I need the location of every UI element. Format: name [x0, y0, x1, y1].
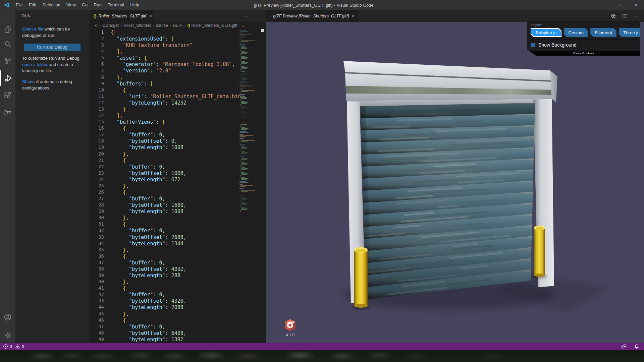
breadcrumb-item[interactable]: {} Roller_Shutters_GLTF.gltf — [187, 23, 237, 28]
split-editor-icon[interactable] — [622, 13, 628, 19]
minimap-line — [240, 39, 240, 40]
code-line[interactable]: 39 "byteLength": 288 — [90, 273, 266, 279]
sidebar-item-gltf-tools[interactable]: TF — [0, 105, 15, 120]
show-background-checkbox[interactable] — [531, 43, 535, 47]
code-line[interactable]: 43 "byteOffset": 4320, — [90, 298, 266, 304]
line-number: 11 — [90, 94, 104, 99]
breadcrumb-item[interactable]: x: — [95, 23, 98, 28]
minimap-line — [241, 41, 248, 42]
menu-help[interactable]: Help — [127, 0, 142, 10]
activity-bar: TF — [0, 10, 15, 343]
breadcrumb-item[interactable]: ... — [242, 23, 246, 28]
sidebar-item-run-and-debug[interactable] — [0, 70, 15, 86]
minimize-button[interactable]: ─ — [598, 0, 613, 10]
engine-button-cesium[interactable]: Cesium — [564, 28, 588, 37]
menu-edit[interactable]: Edit — [26, 0, 39, 10]
line-number: 7 — [90, 68, 104, 73]
code-line[interactable]: 36 { — [90, 253, 266, 260]
code-line[interactable]: 31 { — [90, 221, 266, 228]
gltf-viewport[interactable]: 4.1.0 — [266, 22, 644, 343]
minimap-line — [240, 155, 241, 155]
tab-gltf-preview[interactable]: glTF Preview [Roller_Shutters_GLTF.gltf]… — [266, 10, 358, 22]
line-number: 4 — [90, 49, 104, 54]
minimap-line — [241, 57, 248, 58]
code-line[interactable]: 49 "byteLength": 1392 — [90, 337, 266, 343]
close-controls-button[interactable]: Close Controls — [527, 51, 640, 56]
minimap-line — [239, 138, 244, 139]
more-actions-icon[interactable]: ⋯ — [244, 13, 249, 19]
code-line[interactable]: 33 "byteOffset": 2688, — [90, 234, 266, 241]
code-line[interactable]: 44 "byteLength": 2088 — [90, 304, 266, 311]
engine-button-babylonjs[interactable]: Babylon.js — [531, 28, 561, 37]
breadcrumb-item[interactable]: CGtarget — [102, 23, 119, 28]
minimap-line — [241, 52, 248, 53]
sidebar-item-explorer[interactable] — [0, 22, 15, 37]
menu-terminal[interactable]: Terminal — [105, 0, 127, 10]
babylonjs-logo[interactable] — [283, 318, 297, 332]
show-link[interactable]: Show — [22, 79, 33, 84]
menu-go[interactable]: Go — [79, 0, 91, 10]
open-a-folder-link[interactable]: open a folder — [22, 62, 48, 67]
code-line[interactable]: 40 }, — [90, 279, 266, 285]
minimap-line — [240, 76, 240, 76]
code-line[interactable]: 35 }, — [90, 247, 266, 253]
sidebar-item-extensions[interactable] — [0, 88, 15, 103]
breadcrumb-item[interactable]: sourse — [156, 23, 168, 28]
line-number: 13 — [90, 106, 104, 112]
menu-file[interactable]: File — [13, 0, 26, 10]
minimap-line — [240, 176, 240, 177]
menu-selection[interactable]: Selection — [39, 0, 63, 10]
minimap-line — [239, 34, 243, 34]
minimap-line — [240, 32, 248, 32]
breadcrumb-item[interactable]: GLTF — [173, 23, 183, 28]
code-line[interactable]: 32 "buffer": 0, — [90, 228, 266, 234]
minimap-line — [240, 139, 240, 140]
minimap-line — [241, 204, 247, 204]
minimap-line — [240, 70, 240, 71]
code-line[interactable]: 41 { — [90, 285, 266, 292]
settings-button[interactable] — [0, 328, 15, 343]
code-line[interactable]: 48 "byteOffset": 6408, — [90, 330, 266, 337]
menu-view[interactable]: View — [63, 0, 79, 10]
minimap-line — [241, 71, 246, 72]
line-number: 41 — [90, 285, 104, 291]
breadcrumb-separator: › — [184, 23, 186, 28]
maximize-button[interactable]: □ — [613, 0, 629, 10]
sidebar-item-source-control[interactable] — [0, 53, 15, 68]
code-line[interactable]: 47 "buffer": 0, — [90, 324, 266, 330]
tab-close-icon[interactable]: ✕ — [149, 14, 152, 18]
run-and-debug-button[interactable]: Run and Debug — [24, 44, 80, 51]
inspector-wheel-icon[interactable] — [610, 13, 616, 19]
close-button[interactable]: ✕ — [629, 0, 644, 10]
open-a-file-link[interactable]: Open a file — [22, 26, 43, 32]
problems-status[interactable]: 0 0 — [3, 344, 24, 349]
minimap[interactable] — [239, 29, 260, 214]
feedback-icon[interactable] — [621, 344, 627, 349]
roller-shutter-3d-model — [266, 22, 644, 343]
code-line[interactable]: 46 { — [90, 317, 266, 324]
minimap-line — [240, 85, 253, 85]
code-line[interactable]: 34 "byteLength": 1344 — [90, 241, 266, 247]
minimap-line — [240, 116, 240, 116]
minimap-line — [239, 94, 245, 95]
code-line[interactable]: 42 "buffer": 0, — [90, 292, 266, 298]
code-line[interactable]: 30 }, — [90, 215, 266, 221]
right-bollard-base — [534, 274, 545, 277]
account-button[interactable] — [0, 309, 15, 325]
engine-button-filament[interactable]: Filament — [590, 28, 616, 37]
tab-close-icon[interactable]: ✕ — [352, 14, 355, 18]
menu-run[interactable]: Run — [91, 0, 105, 10]
code-line[interactable]: 45 }, — [90, 311, 266, 317]
tab-roller-shutters-gltf[interactable]: {} Roller_Shutters_GLTF.gltf ✕ — [90, 10, 154, 22]
code-line[interactable]: 38 "byteOffset": 4032, — [90, 266, 266, 273]
minimap-line — [240, 95, 240, 96]
sidebar-item-search[interactable] — [0, 37, 15, 52]
notifications-bell-icon[interactable] — [634, 344, 639, 349]
breadcrumb-separator: › — [99, 23, 101, 28]
minimap-line — [240, 82, 248, 82]
breadcrumb-item[interactable]: Roller_Shutters — [123, 23, 151, 28]
more-actions-icon[interactable]: ⋯ — [634, 13, 639, 19]
minimap-line — [241, 103, 247, 104]
minimap-line — [240, 100, 240, 101]
code-line[interactable]: 37 "buffer": 0, — [90, 260, 266, 266]
